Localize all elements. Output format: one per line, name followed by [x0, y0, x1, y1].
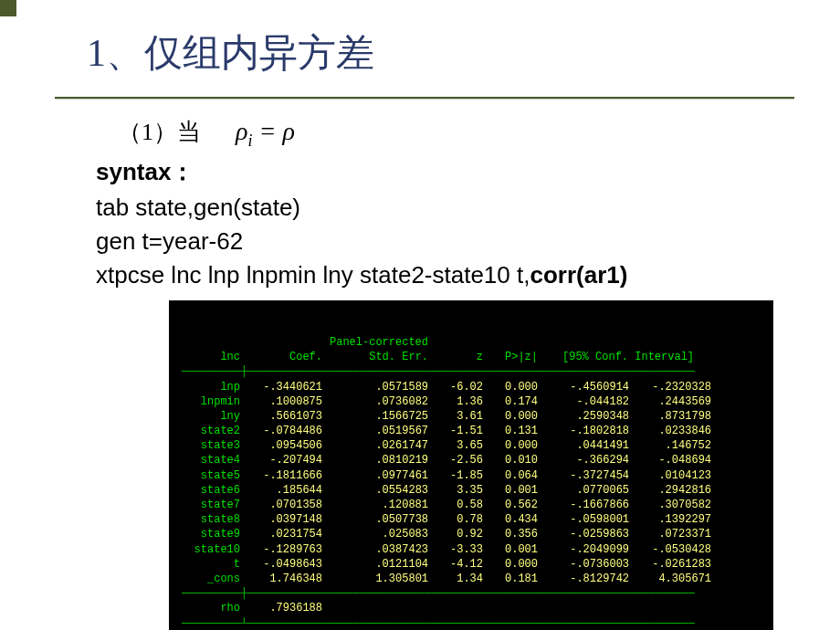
- row-value: 0.58: [432, 498, 487, 512]
- row-value: -.0259863: [541, 527, 633, 541]
- row-value: .146752: [633, 438, 715, 453]
- table-row: t-.0498643.0121104-4.120.000-.0736003-.0…: [178, 557, 715, 572]
- row-value: .0701358: [244, 498, 326, 512]
- row-value: -1.85: [432, 468, 487, 483]
- row-value: .0519567: [326, 424, 432, 438]
- row-value: -4.12: [432, 557, 487, 572]
- row-value: -.366294: [541, 453, 633, 467]
- row-value: .0104123: [633, 468, 715, 483]
- code-line-2: gen t=year-62: [96, 227, 840, 256]
- table-row: state8.0397148.05077380.780.434-.0598001…: [178, 512, 715, 527]
- row-value: .0554283: [326, 483, 432, 498]
- row-value: 3.61: [432, 409, 487, 424]
- row-varname: lny: [178, 409, 244, 424]
- row-value: 0.000: [487, 557, 541, 572]
- row-value: .025083: [326, 527, 432, 541]
- row-varname: state4: [178, 453, 244, 467]
- row-value: 0.356: [487, 527, 541, 541]
- row-value: .0723371: [633, 527, 715, 541]
- row-value: -.1667866: [541, 498, 633, 512]
- row-value: -.0498643: [244, 557, 326, 572]
- content-body: （1）当 ρi = ρ syntax： tab state,gen(state)…: [0, 100, 840, 630]
- row-value: -1.51: [432, 424, 487, 438]
- table-header-row-2: lnc Coef. Std. Err. z P>|z| [95% Conf. I…: [178, 350, 715, 364]
- row-value: -.1811666: [244, 468, 326, 483]
- row-value: .0121104: [326, 557, 432, 572]
- row-value: 0.92: [432, 527, 487, 541]
- row-value: -.048694: [633, 453, 715, 467]
- row-value: .0770065: [541, 483, 633, 498]
- row-value: .120881: [326, 498, 432, 512]
- row-value: 1.305801: [326, 572, 432, 586]
- row-value: -3.33: [432, 542, 487, 557]
- row-varname: t: [178, 557, 244, 572]
- row-value: .2942816: [633, 483, 715, 498]
- row-value: .0387423: [326, 542, 432, 557]
- table-row: state10-.1289763.0387423-3.330.001-.2049…: [178, 542, 715, 557]
- row-value: -.1802818: [541, 424, 633, 438]
- title-area: 1、仅组内异方差: [0, 0, 840, 89]
- rho-label: rho: [178, 601, 244, 615]
- row-value: 0.181: [487, 572, 541, 586]
- row-varname: _cons: [178, 572, 244, 586]
- row-value: 4.305671: [633, 572, 715, 586]
- code-line-3: xtpcse lnc lnp lnpmin lny state2-state10…: [96, 261, 840, 289]
- rho-value: .7936188: [244, 601, 326, 615]
- row-value: .2443569: [633, 394, 715, 409]
- row-value: .0810219: [326, 453, 432, 467]
- row-value: 0.000: [487, 409, 541, 424]
- row-value: .185644: [244, 483, 326, 498]
- row-value: 0.562: [487, 498, 541, 512]
- row-value: .0231754: [244, 527, 326, 541]
- row-varname: state6: [178, 483, 244, 498]
- row-value: 1.36: [432, 394, 487, 409]
- row-value: 0.000: [487, 438, 541, 453]
- table-row: state9.0231754.0250830.920.356-.0259863.…: [178, 527, 715, 541]
- rho-left: ρ: [236, 117, 247, 145]
- row-value: -.8129742: [541, 572, 633, 586]
- row-value: 0.174: [487, 394, 541, 409]
- row-varname: lnp: [178, 380, 244, 394]
- row-value: -.4560914: [541, 380, 633, 394]
- row-value: 1.34: [432, 572, 487, 586]
- row-value: -.044182: [541, 394, 633, 409]
- rho-right: ρ: [282, 117, 294, 145]
- row-value: 0.010: [487, 453, 541, 467]
- row-varname: state9: [178, 527, 244, 541]
- slide-accent-corner: [0, 0, 16, 16]
- formula-rho-eq: ρi = ρ: [236, 117, 295, 151]
- row-value: -.0530428: [633, 542, 715, 557]
- row-value: 0.000: [487, 380, 541, 394]
- row-varname: state3: [178, 438, 244, 453]
- row-value: 0.001: [487, 483, 541, 498]
- subpoint-line: （1）当 ρi = ρ: [118, 116, 840, 151]
- table-row: state7.0701358.1208810.580.562-.1667866.…: [178, 498, 715, 512]
- row-value: -.0736003: [541, 557, 633, 572]
- slide-title: 1、仅组内异方差: [87, 27, 840, 79]
- row-value: -.207494: [244, 453, 326, 467]
- row-value: -.3440621: [244, 380, 326, 394]
- row-value: -.2320328: [633, 380, 715, 394]
- code-line-3b: corr(ar1): [530, 261, 627, 289]
- row-value: .2590348: [541, 409, 633, 424]
- row-value: .0233846: [633, 424, 715, 438]
- table-header-row-1: Panel-corrected: [178, 335, 715, 350]
- row-value: .1566725: [326, 409, 432, 424]
- row-value: .1000875: [244, 394, 326, 409]
- row-value: .0977461: [326, 468, 432, 483]
- row-value: .0507738: [326, 512, 432, 527]
- table-row: state5-.1811666.0977461-1.850.064-.37274…: [178, 468, 715, 483]
- row-value: -2.56: [432, 453, 487, 467]
- stata-results-table: Panel-corrected lnc Coef. Std. Err. z P>…: [178, 335, 715, 630]
- table-row: state2-.0784486.0519567-1.510.131-.18028…: [178, 424, 715, 438]
- row-value: -.0598001: [541, 512, 633, 527]
- row-value: .0736082: [326, 394, 432, 409]
- row-value: 3.65: [432, 438, 487, 453]
- row-value: -.0261283: [633, 557, 715, 572]
- table-row: lny.5661073.15667253.610.000.2590348.873…: [178, 409, 715, 424]
- row-varname: state10: [178, 542, 244, 557]
- row-value: -.0784486: [244, 424, 326, 438]
- row-value: 0.001: [487, 542, 541, 557]
- row-value: 0.78: [432, 512, 487, 527]
- row-varname: state7: [178, 498, 244, 512]
